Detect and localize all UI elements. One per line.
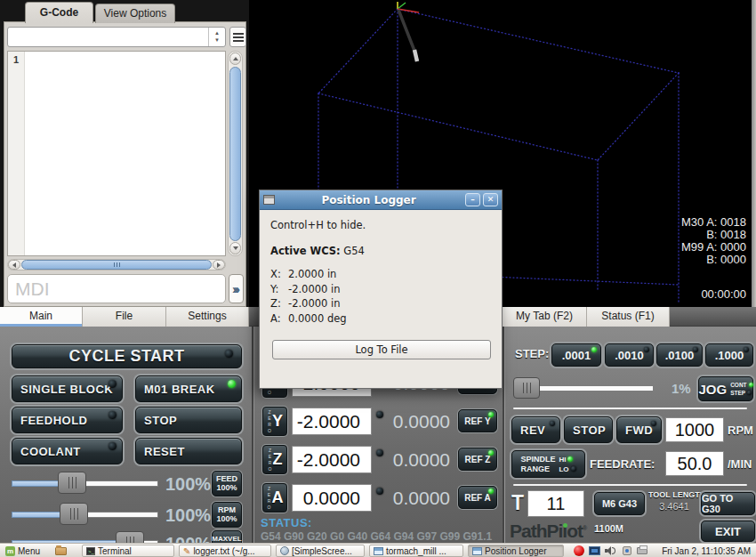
tab-file[interactable]: File [83,307,166,327]
horizontal-scroll-thumb[interactable] [21,260,212,270]
spindle-rpm-field[interactable] [665,417,724,442]
ref-a-button[interactable]: REF A [458,486,497,509]
chevrons-icon: ››› [232,281,237,296]
taskbar-window-label: tormach_mill ... [386,546,446,556]
goto-g30-button[interactable]: GO TO G30 [701,492,755,515]
scroll-left-button[interactable] [8,260,20,270]
mdi-input[interactable] [7,274,226,303]
step-0001-button[interactable]: .0001 [551,343,601,367]
jog-speed-handle[interactable] [513,377,540,399]
step-0100-button[interactable]: .0100 [656,343,703,367]
dro-y-field[interactable] [292,408,372,435]
feedhold-button[interactable]: FEEDHOLD [12,407,123,433]
spindle-stop-button[interactable]: STOP [564,416,613,443]
jog-mode-button[interactable]: JOG CONT STEP [698,376,753,401]
pathpilot-screen: G-Code View Options ▲▼ 1 ››› [0,0,756,557]
ref-y-button[interactable]: REF Y [458,409,497,432]
step-0010-button[interactable]: .0010 [605,343,654,367]
record-ball-icon [574,545,584,556]
status-gcodes: G54 G90 G20 G0 G40 G64 G94 G97 G99 G91.1 [261,530,503,543]
close-button[interactable]: ✕ [483,193,498,206]
cycle-start-button[interactable]: CYCLE START [12,344,242,368]
jog-step-label: STEP [730,390,745,396]
tab-status-f1[interactable]: Status (F1) [587,307,670,327]
tab-view-options[interactable]: View Options [95,4,175,23]
file-manager-launcher[interactable] [52,545,70,557]
z-axis-label: Z: [270,297,288,310]
feed-override-percent: 100% [165,474,211,495]
taskbar-window-tormach-mill[interactable]: tormach_mill ... [369,545,463,557]
tab-settings[interactable]: Settings [166,307,249,327]
editor-vertical-scrollbar[interactable] [228,51,243,256]
dro-z-field[interactable] [292,446,372,473]
zero-y-button[interactable]: ZERO Y [262,407,287,436]
m01-break-button[interactable]: M01 BREAK [135,375,242,402]
dialog-hint: Control+H to hide. [270,219,491,231]
editor-horizontal-scrollbar[interactable] [7,259,226,270]
dro-z-dtg: 0.0000 [386,449,450,471]
tool-length-value: 3.4641 [648,501,700,512]
combobox-spinner-icon[interactable]: ▲▼ [208,28,225,46]
rpm-100-button[interactable]: RPM 100% [212,502,242,528]
tool-tip [414,50,417,61]
x-position-value: 2.0000 in [288,268,336,280]
stop-button[interactable]: STOP [135,407,242,433]
printer-icon [637,547,647,554]
exit-button[interactable]: EXIT [701,521,755,542]
dialog-titlebar[interactable]: Position Logger – ✕ [260,190,502,210]
rpm-override-handle[interactable] [60,503,88,525]
taskbar-window-terminal[interactable]: >_ Terminal [82,545,174,557]
dro-a-dtg: 0.0000 [386,488,450,509]
dro-a-field[interactable] [292,484,372,512]
feed-100-button[interactable]: FEED 100% [212,471,242,496]
ref-z-button[interactable]: REF Z [458,448,497,471]
scroll-right-button[interactable] [213,260,225,270]
feed-override-handle[interactable] [58,472,86,494]
reset-button[interactable]: RESET [135,438,242,464]
step-1000-button[interactable]: .1000 [705,343,753,367]
single-block-button[interactable]: SINGLE BLOCK [12,375,123,402]
minimize-button[interactable]: – [465,193,480,206]
coolant-button[interactable]: COOLANT [12,438,123,464]
position-row-z: Z: -2.0000 in [270,297,491,310]
ref-a-label: REF A [464,493,491,503]
coolant-led [109,442,117,450]
m6-g43-button[interactable]: M6 G43 [594,492,645,515]
zero-a-button[interactable]: ZERO A [262,483,287,513]
scroll-up-button[interactable] [229,52,241,65]
taskbar-clock[interactable]: Fri Jan 2, 11:10:35 AM [658,545,754,557]
tray-printer-icon[interactable] [633,545,651,557]
rpm-override-percent: 100% [165,505,211,526]
spindle-rev-button[interactable]: REV [511,416,560,443]
range-hi-led [567,456,573,462]
vertical-scroll-thumb[interactable] [229,67,241,241]
step-0001-label: .0001 [562,349,591,362]
spindle-fwd-button[interactable]: FWD [616,416,662,443]
taskbar-window-simplescreen[interactable]: [SimpleScree... [276,545,365,557]
menu-button[interactable]: m Menu [2,545,44,557]
clock-text: Fri Jan 2, 11:10:35 AM [662,546,751,556]
taskbar-window-label: logger.txt (~/g... [193,546,254,556]
gcode-editor[interactable]: 1 [7,51,226,256]
tab-mytab-f2[interactable]: My Tab (F2) [503,307,587,327]
step-label: STEP: [515,347,549,360]
taskbar-window-logger-txt[interactable]: ✎ logger.txt (~/g... [179,545,271,557]
tab-gcode[interactable]: G-Code [25,2,93,23]
tab-main[interactable]: Main [0,307,83,327]
scroll-down-button[interactable] [229,242,241,254]
feedhold-label: FEEDHOLD [12,414,88,427]
mdi-submit-button[interactable]: ››› [229,274,244,303]
taskbar-window-position-logger[interactable]: Position Logger [468,545,564,557]
log-to-file-button[interactable]: Log To File [272,340,491,359]
m01-break-label: M01 BREAK [136,383,215,396]
gcode-file-combobox[interactable]: ▲▼ [7,27,226,47]
file-menu-hamburger-button[interactable] [229,27,246,47]
tray-volume-icon[interactable] [601,545,621,557]
viewport-edge-strip [752,0,756,307]
tool-number-field[interactable] [527,490,584,517]
zero-z-button[interactable]: ZERO Z [262,445,287,474]
feedrate-field[interactable] [665,451,724,476]
spindle-range-button[interactable]: SPINDLE RANGE HI LO [511,450,585,478]
axis-z-letter: Z [273,450,283,469]
goto-g30-label: GO TO G30 [702,493,754,514]
